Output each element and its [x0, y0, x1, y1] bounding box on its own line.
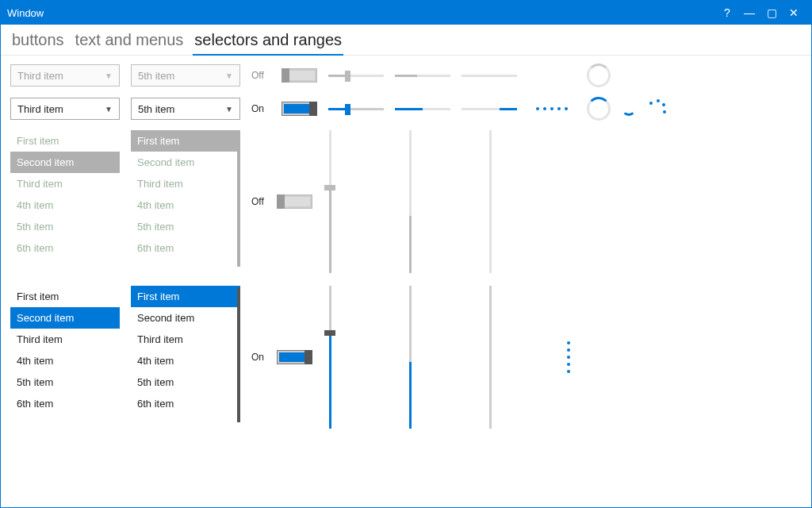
list-item: 6th item: [131, 237, 240, 259]
slider-v-2: [404, 286, 416, 429]
listbox-2-disabled: First item Second item Third item 4th it…: [131, 130, 240, 268]
list-item: Second item: [131, 152, 240, 173]
combo-2[interactable]: 5th item ▼: [131, 98, 240, 120]
list-item: 6th item: [10, 237, 120, 259]
progress-2: [462, 108, 517, 110]
disabled-section: First item Second item Third item 4th it…: [10, 130, 802, 273]
window-title: Window: [7, 7, 716, 19]
chevron-down-icon: ▼: [225, 71, 233, 80]
list-item: 5th item: [10, 216, 120, 237]
progress-disabled-2: [462, 75, 517, 77]
toggle-on-2[interactable]: [277, 350, 312, 364]
list-item[interactable]: 5th item: [131, 371, 240, 393]
combo-2-disabled: 5th item ▼: [131, 64, 240, 87]
toggle-label-on: On: [251, 352, 270, 363]
toggle-on[interactable]: [282, 102, 317, 116]
listbox-2[interactable]: First item Second item Third item 4th it…: [131, 286, 240, 424]
tab-text-and-menus[interactable]: text and menus: [74, 28, 186, 55]
progress-ring-arc: [622, 102, 636, 116]
vslider-enabled-group: [324, 286, 573, 429]
list-item[interactable]: Second item: [10, 307, 120, 329]
combo-1-value: Third item: [17, 70, 63, 82]
vslider-disabled-group: [324, 130, 496, 273]
slider-v-disabled-3: [484, 130, 496, 273]
progress-1: [395, 108, 450, 110]
list-item: Third item: [131, 173, 240, 194]
maximize-icon[interactable]: ▢: [760, 6, 783, 19]
toggle-label-off: Off: [251, 196, 270, 207]
slider-v-disabled-1: [324, 130, 336, 273]
toggle-on-block: On: [251, 286, 312, 429]
indeterminate-dots: [528, 107, 576, 110]
list-item[interactable]: First item: [131, 286, 240, 307]
list-item[interactable]: 4th item: [131, 350, 240, 371]
enabled-section: First item Second item Third item 4th it…: [10, 286, 802, 429]
listbox-1-disabled: First item Second item Third item 4th it…: [10, 130, 120, 268]
progress-disabled-1: [395, 75, 450, 77]
list-item[interactable]: 5th item: [10, 371, 120, 393]
list-item: Third item: [10, 173, 120, 194]
list-item: Second item: [10, 152, 120, 173]
toggle-label-off: Off: [251, 70, 270, 81]
tab-bar: buttons text and menus selectors and ran…: [1, 25, 811, 56]
slider-v-disabled-2: [404, 130, 416, 273]
tab-buttons[interactable]: buttons: [10, 28, 66, 55]
slider-v-1[interactable]: [324, 286, 336, 429]
list-item[interactable]: First item: [10, 286, 120, 307]
combo-1-disabled: Third item ▼: [10, 64, 120, 87]
vertical-indeterminate-dots: [564, 286, 573, 429]
toggle-off-block: Off: [251, 130, 312, 273]
chevron-down-icon: ▼: [225, 105, 233, 114]
close-icon[interactable]: ✕: [783, 6, 805, 19]
disabled-controls-row: Third item ▼ 5th item ▼ Off: [10, 64, 802, 87]
list-item: 5th item: [131, 216, 240, 237]
list-item[interactable]: 6th item: [131, 393, 240, 414]
toggle-disabled-2: [277, 194, 312, 209]
chevron-down-icon: ▼: [105, 105, 113, 114]
list-item[interactable]: 4th item: [10, 350, 120, 371]
toggle-label-on: On: [251, 103, 270, 114]
slider-h[interactable]: [328, 102, 384, 115]
progress-ring-disabled: [587, 64, 611, 87]
enabled-controls-row: Third item ▼ 5th item ▼ On: [10, 97, 802, 121]
slider-v-3: [484, 286, 496, 429]
combo-1-value: Third item: [17, 103, 63, 115]
window-titlebar: Window ? — ▢ ✕: [1, 1, 811, 25]
toggle-disabled: [282, 68, 317, 83]
listbox-1[interactable]: First item Second item Third item 4th it…: [10, 286, 120, 424]
help-icon[interactable]: ?: [716, 6, 738, 19]
tab-selectors-and-ranges[interactable]: selectors and ranges: [193, 28, 343, 56]
list-item: First item: [131, 130, 240, 152]
slider-h-disabled: [328, 69, 384, 82]
chevron-down-icon: ▼: [105, 71, 113, 80]
list-item[interactable]: 6th item: [10, 393, 120, 414]
progress-ring: [587, 97, 611, 121]
list-item[interactable]: Second item: [131, 307, 240, 329]
combo-2-value: 5th item: [138, 103, 174, 115]
progress-ring-dots: [647, 99, 666, 118]
list-item: First item: [10, 130, 120, 152]
combo-2-value: 5th item: [138, 70, 174, 82]
combo-1[interactable]: Third item ▼: [10, 98, 120, 120]
list-item: 4th item: [10, 194, 120, 216]
minimize-icon[interactable]: —: [738, 6, 760, 19]
list-item[interactable]: Third item: [10, 329, 120, 350]
content-area: Third item ▼ 5th item ▼ Off Third item ▼: [1, 56, 811, 437]
list-item: 4th item: [131, 194, 240, 216]
list-item[interactable]: Third item: [131, 329, 240, 350]
